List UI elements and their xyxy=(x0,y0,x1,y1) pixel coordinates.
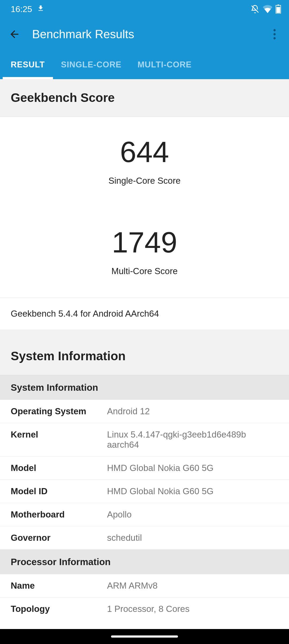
single-core-score-value: 644 xyxy=(0,117,289,167)
single-core-score-block: 644 Single-Core Score xyxy=(0,117,289,207)
svg-point-3 xyxy=(273,29,276,31)
info-value: Linux 5.4.147-qgki-g3eeb1d6e489b aarch64 xyxy=(107,430,278,450)
info-label: Name xyxy=(11,581,107,591)
status-bar: 16:25 xyxy=(0,0,289,18)
single-core-score-label: Single-Core Score xyxy=(0,167,289,207)
info-value: schedutil xyxy=(107,533,278,543)
notifications-off-icon xyxy=(250,5,260,14)
info-label: Kernel xyxy=(11,430,107,450)
info-value: ARM ARMv8 xyxy=(107,581,278,591)
version-row: Geekbench 5.4.4 for Android AArch64 xyxy=(0,298,289,329)
arrow-left-icon xyxy=(9,28,20,40)
tab-label: MULTI-CORE xyxy=(138,60,192,70)
svg-point-4 xyxy=(273,33,276,35)
more-vert-icon xyxy=(273,29,276,40)
wifi-icon xyxy=(263,5,272,13)
status-time: 16:25 xyxy=(11,4,32,14)
tabs: RESULT SINGLE-CORE MULTI-CORE xyxy=(0,50,289,79)
overflow-menu-button[interactable] xyxy=(267,26,283,42)
download-icon xyxy=(37,4,44,14)
home-indicator[interactable] xyxy=(111,635,178,638)
info-value: Apollo xyxy=(107,509,278,520)
svg-rect-2 xyxy=(276,7,280,13)
multi-core-score-label: Multi-Core Score xyxy=(0,257,289,298)
content[interactable]: Geekbench Score 644 Single-Core Score 17… xyxy=(0,79,289,629)
info-value: HMD Global Nokia G60 5G xyxy=(107,463,278,473)
info-value: 1 Processor, 8 Cores xyxy=(107,604,278,614)
tab-label: RESULT xyxy=(11,60,45,70)
sysinfo-subheader: System Information xyxy=(0,375,289,400)
info-row-model: Model HMD Global Nokia G60 5G xyxy=(0,457,289,480)
score-section-header: Geekbench Score xyxy=(0,79,289,117)
info-row-os: Operating System Android 12 xyxy=(0,400,289,423)
tab-result[interactable]: RESULT xyxy=(3,50,53,79)
info-row-kernel: Kernel Linux 5.4.147-qgki-g3eeb1d6e489b … xyxy=(0,423,289,457)
nav-bar xyxy=(0,629,289,644)
info-label: Governor xyxy=(11,533,107,543)
info-row-motherboard: Motherboard Apollo xyxy=(0,503,289,526)
info-label: Model xyxy=(11,463,107,473)
svg-point-5 xyxy=(273,37,276,39)
tab-label: SINGLE-CORE xyxy=(61,60,121,70)
app-bar: Benchmark Results xyxy=(0,18,289,50)
tab-multi-core[interactable]: MULTI-CORE xyxy=(130,50,200,79)
info-label: Operating System xyxy=(11,406,107,416)
sysinfo-section-title: System Information xyxy=(11,349,278,363)
tab-single-core[interactable]: SINGLE-CORE xyxy=(53,50,130,79)
info-label: Motherboard xyxy=(11,509,107,520)
info-label: Model ID xyxy=(11,486,107,496)
back-button[interactable] xyxy=(6,26,22,42)
info-row-model-id: Model ID HMD Global Nokia G60 5G xyxy=(0,480,289,503)
multi-core-score-block: 1749 Multi-Core Score xyxy=(0,207,289,298)
battery-icon xyxy=(276,5,281,14)
info-row-proc-name: Name ARM ARMv8 xyxy=(0,574,289,597)
procinfo-subheader: Processor Information xyxy=(0,550,289,574)
info-row-topology: Topology 1 Processor, 8 Cores xyxy=(0,597,289,620)
multi-core-score-value: 1749 xyxy=(0,207,289,257)
page-title: Benchmark Results xyxy=(32,28,257,41)
sysinfo-section-header: System Information xyxy=(0,329,289,375)
score-section-title: Geekbench Score xyxy=(11,90,278,105)
info-row-governor: Governor schedutil xyxy=(0,526,289,550)
info-value: Android 12 xyxy=(107,406,278,416)
info-label: Topology xyxy=(11,604,107,614)
info-value: HMD Global Nokia G60 5G xyxy=(107,486,278,496)
